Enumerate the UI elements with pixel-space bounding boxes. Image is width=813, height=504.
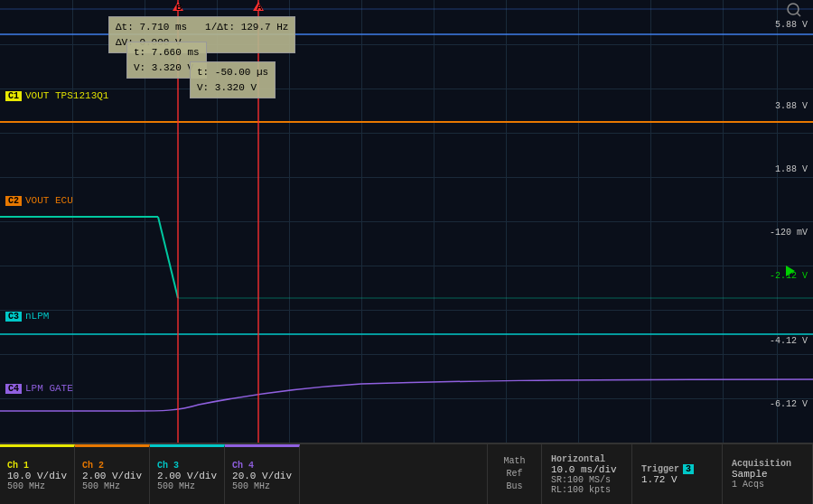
horizontal-sr: SR:100 MS/s xyxy=(551,475,622,485)
scope-screen: B A Δt: 7.710 ms 1/Δt: 129.7 Hz ΔV: 0.00… xyxy=(0,0,813,443)
ch3-vdiv: 2.00 V/div xyxy=(157,471,217,481)
horizontal-title: Horizontal xyxy=(551,454,622,464)
ch2-badge: C2 xyxy=(5,196,22,206)
cursor-b-v-label: V: xyxy=(134,62,152,73)
trigger-title: Trigger xyxy=(641,464,679,474)
svg-text:A: A xyxy=(257,3,263,12)
ch1-name: VOUT TPS1213Q1 xyxy=(25,90,108,101)
y-label-5: -4.12 V xyxy=(770,336,808,346)
cursor-b-t: 7.660 ms xyxy=(152,47,200,58)
delta-t-label: Δt: xyxy=(116,22,139,33)
y-label-4: -120 mV xyxy=(770,228,808,238)
acquisition-title: Acquisition xyxy=(732,459,803,469)
ch1-screen-label: C1 VOUT TPS1213Q1 xyxy=(5,90,108,101)
svg-line-7 xyxy=(158,217,178,298)
horizontal-tdiv: 10.0 ms/div xyxy=(551,464,622,475)
svg-text:B: B xyxy=(176,3,182,12)
inv-delta-t-value: 129.7 Hz xyxy=(241,22,289,33)
y-label-1: 5.88 V xyxy=(775,20,808,30)
inv-delta-t-label: 1/Δt: xyxy=(205,22,241,33)
ch2-bw: 500 MHz xyxy=(82,481,142,491)
trigger-level: 1.72 V xyxy=(641,474,713,485)
delta-t-value: 7.710 ms xyxy=(139,22,187,33)
ch1-badge: C1 xyxy=(5,91,22,101)
ch2-name: VOUT ECU xyxy=(25,195,73,206)
y-label-3: 1.88 V xyxy=(775,164,808,174)
ch2-screen-label: C2 VOUT ECU xyxy=(5,195,73,206)
cursor-a-t-label: t: xyxy=(197,67,215,78)
svg-line-18 xyxy=(797,13,800,16)
ch3-screen-label: C3 nLPM xyxy=(5,311,49,322)
cursor-a-box: t: -50.00 µs V: 3.320 V xyxy=(190,61,276,98)
ch1-bw: 500 MHz xyxy=(7,481,67,491)
ch1-toolbar-label: Ch 1 xyxy=(7,461,67,471)
ch4-name: LPM GATE xyxy=(25,383,73,394)
cursor-a-t: -50.00 µs xyxy=(215,67,268,78)
acquisition-count: 1 Acqs xyxy=(732,480,803,490)
ch2-toolbar-label: Ch 2 xyxy=(82,461,142,471)
ref-label: Ref xyxy=(506,468,522,481)
cursor-b-v: 3.320 V xyxy=(152,62,193,73)
ch3-bw: 500 MHz xyxy=(157,481,217,491)
cursor-b-t-label: t: xyxy=(134,47,152,58)
cursor-a-v-label: V: xyxy=(197,82,215,93)
math-label: Math xyxy=(503,455,525,468)
math-ref-bus-block[interactable]: Math Ref Bus xyxy=(488,444,542,504)
bus-label: Bus xyxy=(506,481,522,493)
waveform-display: B A xyxy=(0,0,813,443)
ch3-toolbar-label: Ch 3 xyxy=(157,461,217,471)
cursor-a-v: 3.320 V xyxy=(215,82,257,93)
y-label-2: 3.88 V xyxy=(775,101,808,111)
y-label-6: -6.12 V xyxy=(770,399,808,409)
ch3-badge: C3 xyxy=(5,312,22,322)
ch2-info[interactable]: Ch 2 2.00 V/div 500 MHz xyxy=(75,444,150,504)
trigger-block[interactable]: Trigger 3 1.72 V xyxy=(632,444,723,504)
ch4-screen-label: C4 LPM GATE xyxy=(5,383,73,394)
ch3-name: nLPM xyxy=(25,311,49,322)
acquisition-mode: Sample xyxy=(732,469,803,480)
ch2-vdiv: 2.00 V/div xyxy=(82,471,142,481)
ch4-toolbar-label: Ch 4 xyxy=(232,461,292,471)
ch4-vdiv: 20.0 V/div xyxy=(232,471,292,481)
acquisition-block[interactable]: Acquisition Sample 1 Acqs xyxy=(723,444,813,504)
ch1-info[interactable]: Ch 1 10.0 V/div 500 MHz xyxy=(0,444,75,504)
horizontal-rl: RL:100 kpts xyxy=(551,485,622,495)
ch4-info[interactable]: Ch 4 20.0 V/div 500 MHz xyxy=(225,444,300,504)
toolbar: Ch 1 10.0 V/div 500 MHz Ch 2 2.00 V/div … xyxy=(0,443,813,504)
y-label-trigger: -2.12 V xyxy=(770,271,808,281)
ch3-info[interactable]: Ch 3 2.00 V/div 500 MHz xyxy=(150,444,225,504)
horizontal-block[interactable]: Horizontal 10.0 ms/div SR:100 MS/s RL:10… xyxy=(542,444,632,504)
ch4-bw: 500 MHz xyxy=(232,481,292,491)
trigger-ch-badge: 3 xyxy=(683,464,694,474)
ch1-vdiv: 10.0 V/div xyxy=(7,471,67,481)
ch4-badge: C4 xyxy=(5,384,22,394)
